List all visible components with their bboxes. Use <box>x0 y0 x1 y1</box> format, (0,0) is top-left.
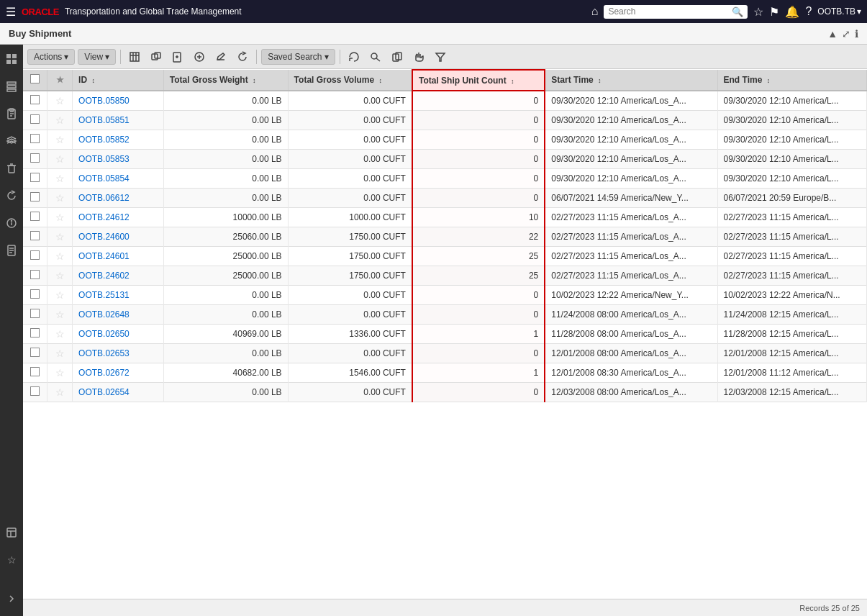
shipment-id-link[interactable]: OOTB.02672 <box>78 368 130 378</box>
row-star-icon[interactable]: ☆ <box>55 192 65 204</box>
edit-button[interactable] <box>212 48 230 65</box>
row-star-icon[interactable]: ☆ <box>55 173 65 184</box>
sidebar-icon-document[interactable] <box>1 240 22 261</box>
collapse-icon[interactable]: ▲ <box>827 28 838 40</box>
shipment-id-link[interactable]: OOTB.24600 <box>78 232 130 242</box>
row-star-icon[interactable]: ☆ <box>55 367 65 379</box>
filter-button[interactable] <box>431 48 450 65</box>
actions-button[interactable]: Actions ▾ <box>27 49 75 65</box>
sidebar-icon-trash[interactable] <box>1 158 22 178</box>
home-icon[interactable]: ⌂ <box>591 5 599 18</box>
saved-search-button[interactable]: Saved Search ▾ <box>261 49 335 65</box>
row-star-icon[interactable]: ☆ <box>55 153 65 165</box>
th-gross-volume[interactable]: Total Gross Volume ↕ <box>288 70 412 91</box>
shipment-id-link[interactable]: OOTB.06612 <box>78 193 130 203</box>
th-id[interactable]: ID ↕ <box>73 70 164 91</box>
global-search-bar[interactable]: 🔍 <box>604 5 748 19</box>
row-star-icon[interactable]: ☆ <box>55 212 65 223</box>
shipment-id-link[interactable]: OOTB.05852 <box>78 135 130 145</box>
bell-icon[interactable]: 🔔 <box>785 5 799 19</box>
row-checkbox[interactable] <box>30 231 40 240</box>
manage-columns-button[interactable] <box>125 48 144 65</box>
row-end-time-cell: 09/30/2020 12:10 America/L... <box>717 91 866 111</box>
records-count: Records 25 of 25 <box>799 604 860 612</box>
th-start-time[interactable]: Start Time ↕ <box>545 70 717 91</box>
user-info[interactable]: OOTB.TB ▾ <box>817 6 861 17</box>
row-star-icon[interactable]: ☆ <box>55 309 65 320</box>
copy-button[interactable] <box>388 48 407 65</box>
row-star-icon[interactable]: ☆ <box>55 134 65 145</box>
th-gross-weight[interactable]: Total Gross Weight ↕ <box>163 70 288 91</box>
sidebar-expand-icon[interactable] <box>1 589 22 609</box>
row-star-icon[interactable]: ☆ <box>55 289 65 301</box>
row-star-icon[interactable]: ☆ <box>55 270 65 281</box>
sidebar-icon-table[interactable] <box>1 522 22 543</box>
sidebar-icon-list[interactable] <box>1 76 22 96</box>
shipment-id-link[interactable]: OOTB.02648 <box>78 309 130 320</box>
row-checkbox[interactable] <box>30 270 40 279</box>
shipment-id-link[interactable]: OOTB.02650 <box>78 329 130 339</box>
sidebar-icon-grid[interactable] <box>1 49 22 69</box>
shipment-id-link[interactable]: OOTB.24612 <box>78 212 130 222</box>
search-input[interactable] <box>608 6 729 17</box>
shipment-id-link[interactable]: OOTB.24601 <box>78 251 130 261</box>
sidebar-icon-clipboard[interactable] <box>1 104 22 124</box>
row-star-icon[interactable]: ☆ <box>55 348 65 359</box>
row-checkbox[interactable] <box>30 212 40 221</box>
row-ship-unit-count-cell: 0 <box>412 189 545 208</box>
status-bar: Records 25 of 25 <box>23 599 867 616</box>
row-checkbox[interactable] <box>30 192 40 201</box>
row-checkbox[interactable] <box>30 114 40 124</box>
shipment-id-link[interactable]: OOTB.02654 <box>78 387 130 397</box>
row-star-icon[interactable]: ☆ <box>55 250 65 262</box>
shipment-id-link[interactable]: OOTB.02653 <box>78 348 130 358</box>
expand-icon[interactable]: ⤢ <box>842 28 850 40</box>
row-checkbox[interactable] <box>30 348 40 357</box>
new-button[interactable] <box>168 48 187 65</box>
th-checkbox[interactable] <box>23 70 47 91</box>
row-gross-volume-cell: 0.00 CUFT <box>288 305 412 325</box>
row-checkbox[interactable] <box>30 367 40 376</box>
shipment-id-link[interactable]: OOTB.05850 <box>78 96 130 106</box>
row-star-icon[interactable]: ☆ <box>55 231 65 243</box>
sidebar-icon-refresh[interactable] <box>1 186 22 206</box>
star-icon[interactable]: ☆ <box>753 5 763 19</box>
info-icon[interactable]: ℹ <box>855 28 858 40</box>
shipment-id-link[interactable]: OOTB.24602 <box>78 271 130 281</box>
row-star-icon[interactable]: ☆ <box>55 95 65 107</box>
th-end-time[interactable]: End Time ↕ <box>717 70 866 91</box>
row-star-icon[interactable]: ☆ <box>55 328 65 340</box>
detach-button[interactable] <box>147 48 165 65</box>
add-button[interactable] <box>190 48 209 65</box>
sidebar-icon-star[interactable]: ☆ <box>1 550 22 570</box>
th-ship-unit-count[interactable]: Total Ship Unit Count ↕ <box>412 70 545 91</box>
row-checkbox[interactable] <box>30 134 40 143</box>
row-checkbox[interactable] <box>30 250 40 260</box>
row-star-icon[interactable]: ☆ <box>55 114 65 126</box>
reload-button[interactable] <box>345 48 363 65</box>
shipment-id-link[interactable]: OOTB.25131 <box>78 290 130 300</box>
row-star-icon[interactable]: ☆ <box>55 386 65 398</box>
row-checkbox[interactable] <box>30 386 40 396</box>
shipment-id-link[interactable]: OOTB.05853 <box>78 154 130 164</box>
row-checkbox[interactable] <box>30 328 40 338</box>
row-checkbox-cell <box>23 208 47 227</box>
row-end-time-cell: 06/07/2021 20:59 Europe/B... <box>717 189 866 208</box>
row-checkbox[interactable] <box>30 173 40 182</box>
sidebar-icon-info[interactable] <box>1 213 22 233</box>
sidebar-icon-layers[interactable] <box>1 131 22 151</box>
help-icon[interactable]: ? <box>805 5 812 18</box>
shipment-id-link[interactable]: OOTB.05854 <box>78 173 130 184</box>
row-checkbox[interactable] <box>30 289 40 299</box>
row-checkbox[interactable] <box>30 153 40 163</box>
view-button[interactable]: View ▾ <box>78 49 116 65</box>
select-all-checkbox[interactable] <box>30 74 40 83</box>
row-checkbox[interactable] <box>30 309 40 318</box>
hand-button[interactable] <box>409 48 428 65</box>
shipment-id-link[interactable]: OOTB.05851 <box>78 115 130 125</box>
row-checkbox[interactable] <box>30 95 40 104</box>
key-button[interactable] <box>366 48 385 65</box>
flag-icon[interactable]: ⚑ <box>769 5 779 19</box>
hamburger-menu-icon[interactable]: ☰ <box>6 5 16 19</box>
refresh-query-button[interactable] <box>233 48 252 65</box>
